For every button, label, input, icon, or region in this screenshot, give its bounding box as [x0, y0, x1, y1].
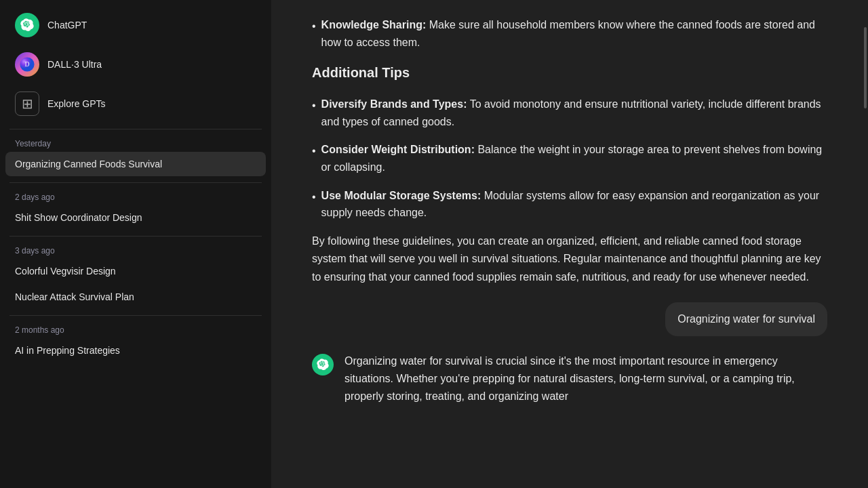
knowledge-sharing-bold: Knowledge Sharing: [321, 19, 427, 30]
sidebar-dalle-label: DALL·3 Ultra [47, 59, 102, 70]
section-2days: 2 days ago [0, 188, 271, 205]
assistant-avatar [312, 354, 334, 375]
sidebar: ChatGPT D DALL·3 Ultra ⊞ Explore GPT [0, 0, 271, 488]
chat-item-shitshow[interactable]: Shit Show Coordinator Design [5, 205, 266, 230]
bullet-dot-4: • [312, 188, 316, 206]
weight-bold: Consider Weight Distribution: [321, 144, 475, 155]
divider-3 [9, 236, 262, 237]
sidebar-chatgpt-label: ChatGPT [47, 20, 87, 30]
bullet-dot-3: • [312, 142, 316, 160]
additional-tips-heading: Additional Tips [312, 62, 827, 83]
bullet-dot-1: • [312, 18, 316, 35]
section-2months: 2 months ago [0, 321, 271, 338]
main-content: • Knowledge Sharing: Make sure all house… [271, 0, 868, 488]
chat-item-ai-prepping[interactable]: AI in Prepping Strategies [5, 338, 266, 363]
bullet-diversify-text: Diversify Brands and Types: To avoid mon… [321, 96, 827, 130]
divider-4 [9, 315, 262, 316]
user-message-container: Oragnizing water for survival [312, 302, 827, 336]
bullet-knowledge-sharing: • Knowledge Sharing: Make sure all house… [312, 16, 827, 51]
chatgpt-avatar [15, 13, 39, 37]
assistant-message: Organizing water for survival is crucial… [312, 352, 827, 406]
section-yesterday: Yesterday [0, 135, 271, 151]
bullet-modular-text: Use Modular Storage Systems: Modular sys… [321, 187, 827, 222]
chat-item-canned[interactable]: Organizing Canned Foods Survival [5, 152, 266, 176]
modular-bold: Use Modular Storage Systems: [321, 190, 481, 201]
sidebar-explore-label: Explore GPTs [47, 98, 106, 109]
explore-avatar: ⊞ [15, 92, 39, 116]
svg-text:D: D [25, 60, 30, 68]
content-area: • Knowledge Sharing: Make sure all house… [312, 16, 827, 406]
scrollbar-track[interactable] [863, 0, 868, 488]
bullet-modular: • Use Modular Storage Systems: Modular s… [312, 187, 827, 222]
chat-item-nuclear[interactable]: Nuclear Attack Survival Plan [5, 285, 266, 309]
bullet-diversify: • Diversify Brands and Types: To avoid m… [312, 96, 827, 130]
divider-2 [9, 182, 262, 183]
user-bubble: Oragnizing water for survival [665, 302, 827, 336]
bullet-weight-text: Consider Weight Distribution: Balance th… [321, 141, 827, 176]
bullet-weight: • Consider Weight Distribution: Balance … [312, 141, 827, 176]
closing-paragraph: By following these guidelines, you can c… [312, 232, 827, 286]
sidebar-item-explore[interactable]: ⊞ Explore GPTs [5, 85, 266, 123]
bullet-knowledge-sharing-text: Knowledge Sharing: Make sure all househo… [321, 16, 827, 51]
section-3days: 3 days ago [0, 242, 271, 258]
sidebar-item-chatgpt[interactable]: ChatGPT [5, 6, 266, 44]
diversify-bold: Diversify Brands and Types: [321, 98, 467, 110]
bullet-dot-2: • [312, 97, 316, 115]
divider-1 [9, 129, 262, 129]
sidebar-item-dalle[interactable]: D DALL·3 Ultra [5, 45, 266, 83]
scrollbar-thumb[interactable] [864, 27, 867, 108]
dalle-avatar: D [15, 52, 39, 77]
chat-item-vegvisir[interactable]: Colorful Vegvisir Design [5, 259, 266, 283]
assistant-response-text: Organizing water for survival is crucial… [344, 352, 827, 406]
